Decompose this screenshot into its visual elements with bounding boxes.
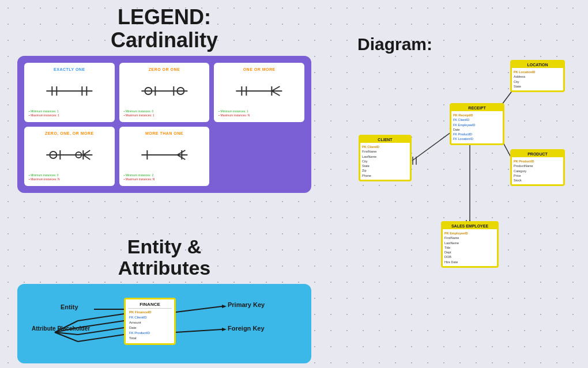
client-title: CLIENT [360,136,410,143]
legend-title: LEGEND: Cardinality [17,6,311,51]
card-title: MORE THAN ONE [123,131,206,135]
legend-box: EXACTLY ONE ▪ Minimum instances: 1 ▪ Max… [17,56,311,193]
product-entity: PRODUCT PK ProductID ProductName Categor… [510,149,565,186]
client-attrs: PK ClientID FirstName LastName City Stat… [362,145,408,178]
entity-title: Entity & Attributes [17,236,311,279]
diagram-section: Diagram: [357,35,576,348]
cardinality-diagram [123,138,206,172]
primary-key-label: Primary Key [228,301,265,308]
finance-title: FINANCE [128,302,172,309]
svg-line-37 [78,335,124,342]
card-zero-one-more: ZERO, ONE, OR MORE ▪ Minimum instances: … [24,127,115,186]
card-footer: ▪ Minimum instances: 1 ▪ Maximum instanc… [217,108,301,119]
product-title: PRODUCT [512,151,563,157]
receipt-entity: RECEIPT PK ReceiptID FK ClientID FK Empl… [450,103,504,145]
card-footer: ▪ Minimum instances: 0 ▪ Maximum instanc… [28,172,111,183]
receipt-attrs: PK ReceiptID FK ClientID FK EmployeeID D… [453,113,501,142]
location-entity: LOCATION PK LocationID Address City Stat… [510,60,565,92]
svg-line-34 [78,314,124,321]
card-title: ZERO OR ONE [123,67,206,71]
product-attrs: PK ProductID ProductName Category Price … [514,159,561,183]
card-one-or-more: ONE OR MORE ▪ Minimum instances: 1 ▪ Max… [214,63,304,122]
svg-line-38 [176,306,222,312]
client-entity: CLIENT PK ClientID FirstName LastName Ci… [359,135,412,181]
card-footer: ▪ Minimum instances: 1 ▪ Maximum instanc… [28,108,111,119]
entity-diagram: Entity Attribute Placeholder Primary Key… [32,292,297,355]
svg-line-21 [83,155,90,160]
svg-line-20 [83,150,90,155]
svg-line-40 [176,329,222,332]
entity-label: Entity [61,303,78,310]
entity-box: Entity Attribute Placeholder Primary Key… [17,284,311,363]
cardinality-diagram [28,74,111,108]
svg-line-14 [272,91,280,96]
cardinality-diagram [123,74,206,108]
legend-section: LEGEND: Cardinality EXACTLY ONE ▪ Mini [17,6,311,193]
cardinality-diagram [28,138,111,172]
location-title: LOCATION [512,62,563,68]
entity-section: Entity & Attributes [17,236,311,363]
finance-attrs: PK FinanceID FK ClientID Amount Date FK … [128,310,172,341]
receipt-title: RECEIPT [451,105,503,111]
diagram-area: CLIENT PK ClientID FirstName LastName Ci… [357,60,576,348]
sales-employee-entity: SALES EMPLOYEE PK EmployeeID FirstName L… [441,221,499,268]
card-footer: ▪ Minimum instances: 0 ▪ Maximum instanc… [123,108,206,119]
svg-marker-41 [222,328,227,331]
card-exactly-one: EXACTLY ONE ▪ Minimum instances: 1 ▪ Max… [24,63,115,122]
svg-marker-39 [222,305,227,308]
card-more-than-one: MORE THAN ONE ▪ Minimum instances: 2 ▪ M… [119,127,210,186]
card-title: EXACTLY ONE [28,67,111,71]
location-attrs: PK LocationID Address City State [514,70,561,89]
card-zero-or-one: ZERO OR ONE ▪ Minimum instances: 0 ▪ Max… [119,63,210,122]
svg-line-13 [272,86,280,91]
diagram-title: Diagram: [357,35,576,54]
sales-employee-title: SALES EMPLOYEE [443,223,497,229]
card-title: ONE OR MORE [217,67,301,71]
sales-employee-attrs: PK EmployeeID FirstName LastName Title D… [444,231,495,264]
card-title: ZERO, ONE, OR MORE [28,131,111,135]
finance-entity-box: FINANCE PK FinanceID FK ClientID Amount … [124,298,176,345]
cardinality-diagram [217,74,301,108]
svg-line-42 [412,129,455,161]
foreign-key-label: Foreign Key [228,325,265,332]
card-footer: ▪ Minimum instances: 2 ▪ Maximum instanc… [123,172,206,183]
attribute-placeholder-label: Attribute Placeholder [32,325,90,332]
